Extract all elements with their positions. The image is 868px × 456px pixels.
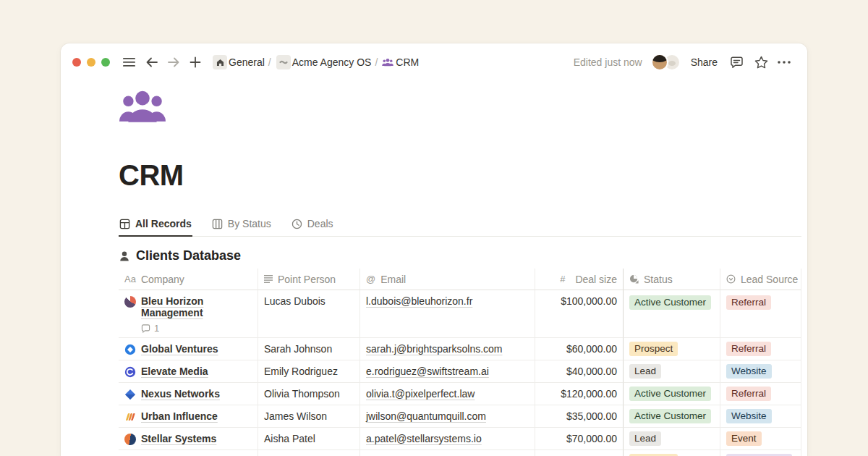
favorite-star-icon[interactable] [752, 54, 770, 71]
status-cell[interactable]: Lead [624, 428, 720, 450]
window-close-button[interactable] [72, 58, 81, 67]
status-cell[interactable]: Active Customer [624, 383, 720, 405]
company-cell[interactable]: Elevate Media [119, 360, 258, 383]
email-value[interactable]: e.rodriguez@swiftstream.ai [366, 366, 489, 377]
status-cell[interactable]: Prospect [624, 338, 720, 360]
email-cell[interactable]: e.rodriguez@swiftstream.ai [360, 360, 535, 383]
lead-source-cell[interactable]: Website [720, 405, 801, 428]
lead-source-cell[interactable]: Event [720, 428, 801, 450]
deal-value: $60,000.00 [566, 343, 617, 355]
lead-source-cell[interactable]: Social Media [720, 450, 801, 456]
email-value[interactable]: olivia.t@pixelperfect.law [366, 388, 475, 400]
point-person-cell[interactable]: Elena Martinez [258, 450, 360, 456]
column-header-company[interactable]: Aa Company [119, 269, 258, 290]
column-header-point-person[interactable]: Point Person [258, 269, 360, 290]
lead-source-cell[interactable]: Referral [720, 338, 801, 360]
lead-source-badge[interactable]: Referral [726, 295, 771, 310]
more-options-icon[interactable] [775, 54, 793, 71]
back-arrow-icon[interactable] [143, 54, 161, 71]
collaborator-avatars[interactable] [651, 54, 681, 71]
window-minimize-button[interactable] [87, 58, 95, 67]
home-icon[interactable] [213, 55, 227, 69]
window-maximize-button[interactable] [101, 58, 110, 67]
email-cell[interactable]: e.martinez@brightpath.com [360, 450, 535, 456]
company-cell[interactable]: BrightPath Consulting [119, 450, 258, 456]
point-person-cell[interactable]: James Wilson [258, 405, 360, 428]
status-badge[interactable]: Active Customer [629, 295, 711, 310]
lead-source-badge[interactable]: Event [726, 431, 762, 446]
company-cell[interactable]: Global Ventures [119, 338, 258, 360]
page-people-icon[interactable] [119, 90, 166, 123]
email-cell[interactable]: jwilson@quantumquill.com [360, 405, 535, 428]
status-badge[interactable]: Prospect [629, 342, 678, 356]
deal-size-cell[interactable]: $100,000.00 [535, 290, 624, 338]
lead-source-badge[interactable]: Referral [726, 387, 771, 401]
column-header-lead-source[interactable]: Lead Source [720, 269, 801, 290]
lead-source-cell[interactable]: Website [720, 360, 801, 383]
company-name[interactable]: Global Ventures [141, 343, 218, 355]
lead-source-badge[interactable]: Website [726, 409, 772, 423]
company-name[interactable]: Urban Influence [141, 410, 218, 422]
email-value[interactable]: sarah.j@brightsparksolns.com [366, 343, 503, 355]
status-badge[interactable]: Lead [629, 431, 661, 446]
new-page-plus-icon[interactable] [187, 54, 204, 71]
email-cell[interactable]: olivia.t@pixelperfect.law [360, 383, 535, 405]
status-cell[interactable]: Active Customer [624, 405, 720, 428]
point-person-cell[interactable]: Aisha Patel [258, 428, 360, 450]
company-name[interactable]: Elevate Media [141, 366, 208, 377]
email-cell[interactable]: l.dubois@bleuhorizon.fr [360, 290, 535, 338]
status-badge[interactable]: Active Customer [629, 409, 711, 423]
deal-size-cell[interactable]: $40,000.00 [535, 360, 624, 383]
tab-deals[interactable]: Deals [291, 215, 334, 237]
sidebar-toggle-icon[interactable] [120, 54, 137, 71]
workspace-page-icon[interactable] [276, 55, 291, 69]
tab-all-records[interactable]: All Records [119, 215, 192, 237]
lead-source-badge[interactable]: Referral [726, 342, 771, 356]
share-button[interactable]: Share [691, 56, 718, 68]
breadcrumb-item-crm[interactable]: CRM [396, 56, 419, 68]
column-header-status[interactable]: Status [624, 269, 720, 290]
lead-source-cell[interactable]: Referral [720, 290, 801, 338]
lead-source-cell[interactable]: Referral [720, 383, 801, 405]
deal-size-cell[interactable]: $120,000.00 [535, 383, 624, 405]
column-header-deal-size[interactable]: # Deal size [535, 269, 624, 290]
deal-size-cell[interactable]: $60,000.00 [535, 338, 624, 360]
email-value[interactable]: l.dubois@bleuhorizon.fr [366, 295, 472, 307]
company-name[interactable]: Nexus Networks [141, 388, 220, 400]
lead-source-badge[interactable]: Website [726, 364, 772, 379]
point-person-cell[interactable]: Emily Rodriguez [258, 360, 360, 383]
company-name[interactable]: Stellar Systems [141, 433, 216, 444]
breadcrumb-item-general[interactable]: General [229, 56, 265, 68]
point-person-cell[interactable]: Sarah Johnson [258, 338, 360, 360]
company-cell[interactable]: Stellar Systems [119, 428, 258, 450]
company-name[interactable]: Bleu Horizon Management [141, 295, 203, 318]
tab-by-status[interactable]: By Status [211, 215, 272, 237]
status-badge[interactable]: Active Customer [629, 387, 711, 401]
deal-size-cell[interactable]: $70,000.00 [535, 428, 624, 450]
person-name: Olivia Thompson [264, 388, 340, 400]
point-person-cell[interactable]: Olivia Thompson [258, 383, 360, 405]
email-cell[interactable]: sarah.j@brightsparksolns.com [360, 338, 535, 360]
comment-indicator[interactable]: 1 [141, 323, 252, 334]
breadcrumb-separator: / [375, 56, 378, 68]
forward-arrow-icon[interactable] [165, 54, 182, 71]
point-person-cell[interactable]: Lucas Dubois [258, 290, 360, 338]
status-cell[interactable]: Lead [624, 360, 720, 383]
email-value[interactable]: a.patel@stellarsystems.io [366, 433, 482, 444]
company-cell[interactable]: Bleu Horizon Management 1 [119, 290, 258, 338]
breadcrumb-item-acme-agency-os[interactable]: Acme Agency OS [292, 56, 372, 68]
company-cell[interactable]: Urban Influence [119, 405, 258, 428]
company-cell[interactable]: Nexus Networks [119, 383, 258, 405]
comments-icon[interactable] [728, 54, 745, 71]
window-topbar: General / Acme Agency OS / CRM Edited ju… [61, 43, 807, 71]
deal-size-cell[interactable]: $50,000.00 [535, 450, 624, 456]
column-header-email[interactable]: @ Email [360, 269, 535, 290]
status-cell[interactable]: Prospect [624, 450, 720, 456]
status-cell[interactable]: Active Customer [624, 290, 720, 338]
status-badge[interactable]: Lead [629, 364, 661, 379]
email-cell[interactable]: a.patel@stellarsystems.io [360, 428, 535, 450]
edited-timestamp: Edited just now [574, 56, 642, 68]
deal-size-cell[interactable]: $35,000.00 [535, 405, 624, 428]
avatar[interactable] [651, 54, 668, 71]
email-value[interactable]: jwilson@quantumquill.com [366, 410, 486, 422]
